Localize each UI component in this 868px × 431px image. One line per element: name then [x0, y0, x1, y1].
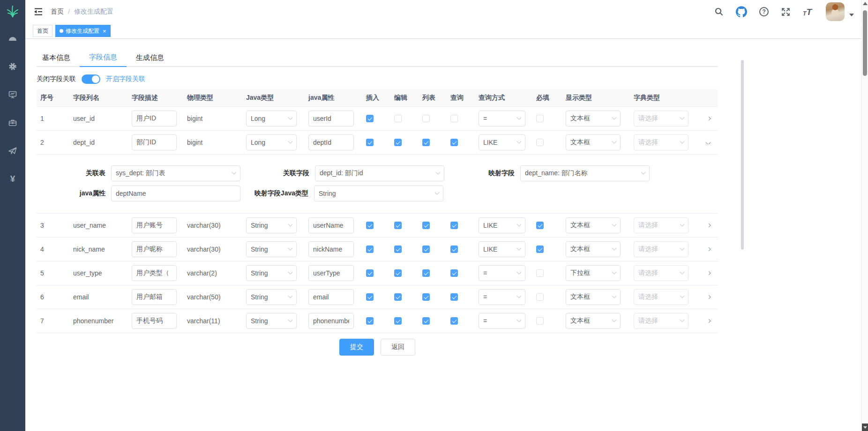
column-desc-input[interactable]	[132, 217, 177, 233]
list-checkbox[interactable]	[422, 222, 430, 229]
java-type-select[interactable]: Long	[246, 134, 297, 150]
page-scrollbar[interactable]	[861, 0, 868, 431]
sidebar-item-monitor[interactable]	[0, 82, 25, 108]
dict-type-select[interactable]: 请选择	[634, 241, 688, 257]
scroll-down-arrow-icon[interactable]	[862, 424, 868, 431]
edit-checkbox[interactable]	[394, 222, 402, 229]
java-type-select[interactable]: Long	[246, 111, 297, 126]
avatar[interactable]	[826, 2, 845, 21]
sidebar-item-guide[interactable]	[0, 138, 25, 164]
column-desc-input[interactable]	[132, 134, 177, 150]
java-field-input[interactable]	[308, 265, 354, 281]
help-icon[interactable]	[759, 7, 769, 16]
page-scrollbar-thumb[interactable]	[863, 10, 867, 76]
query-type-select[interactable]: LIKE	[479, 217, 525, 233]
sidebar-item-tool[interactable]	[0, 110, 25, 136]
query-checkbox[interactable]	[450, 245, 458, 253]
dict-type-select[interactable]: 请选择	[634, 313, 688, 329]
relation-field-select[interactable]: dept_id: 部门id	[315, 165, 444, 181]
html-type-select[interactable]: 文本框	[566, 217, 621, 233]
edit-checkbox[interactable]	[394, 317, 402, 325]
html-type-select[interactable]: 文本框	[566, 313, 621, 329]
sidebar-item-system[interactable]	[0, 53, 25, 80]
edit-checkbox[interactable]	[394, 293, 402, 301]
tab-generate-info[interactable]: 生成信息	[127, 48, 173, 67]
app-logo[interactable]	[0, 0, 25, 23]
search-icon[interactable]	[714, 7, 724, 16]
sidebar-item-finance[interactable]: ¥	[0, 166, 25, 192]
html-type-select[interactable]: 文本框	[566, 241, 621, 257]
table-scrollbar-thumb[interactable]	[741, 60, 744, 250]
mapping-field-select[interactable]: dept_name: 部门名称	[520, 165, 650, 181]
java-type-select[interactable]: String	[246, 313, 297, 329]
insert-checkbox[interactable]	[366, 139, 374, 146]
required-checkbox[interactable]	[536, 317, 544, 325]
relation-toggle-switch[interactable]	[82, 74, 100, 84]
query-checkbox[interactable]	[450, 115, 458, 122]
insert-checkbox[interactable]	[366, 245, 374, 253]
submit-button[interactable]: 提交	[339, 339, 374, 356]
java-type-select[interactable]: String	[246, 217, 297, 233]
column-desc-input[interactable]	[132, 111, 177, 126]
query-type-select[interactable]: =	[479, 265, 525, 281]
insert-checkbox[interactable]	[366, 293, 374, 301]
list-checkbox[interactable]	[422, 269, 430, 277]
java-field-input[interactable]	[308, 111, 354, 126]
query-type-select[interactable]: LIKE	[479, 241, 525, 257]
html-type-select[interactable]: 文本框	[566, 134, 621, 150]
insert-checkbox[interactable]	[366, 317, 374, 325]
query-checkbox[interactable]	[450, 139, 458, 146]
query-type-select[interactable]: =	[479, 289, 525, 305]
expand-row-icon[interactable]	[705, 117, 711, 120]
edit-checkbox[interactable]	[394, 115, 402, 122]
expand-row-icon[interactable]	[705, 223, 711, 227]
sidebar-item-dashboard[interactable]	[0, 25, 25, 52]
java-type-select[interactable]: String	[246, 265, 297, 281]
fullscreen-icon[interactable]	[781, 7, 791, 17]
html-type-select[interactable]: 文本框	[566, 111, 621, 126]
user-menu[interactable]	[826, 2, 854, 21]
query-checkbox[interactable]	[450, 317, 458, 325]
java-attr-input[interactable]	[111, 186, 240, 201]
collapse-row-icon[interactable]	[705, 141, 711, 144]
back-button[interactable]: 返回	[381, 339, 415, 356]
required-checkbox[interactable]	[536, 245, 544, 253]
edit-checkbox[interactable]	[394, 245, 402, 253]
scroll-up-arrow-icon[interactable]	[863, 2, 868, 5]
breadcrumb-home[interactable]: 首页	[51, 7, 64, 16]
expand-row-icon[interactable]	[705, 271, 711, 275]
required-checkbox[interactable]	[536, 139, 544, 146]
query-type-select[interactable]: =	[479, 111, 525, 126]
query-checkbox[interactable]	[450, 222, 458, 229]
column-desc-input[interactable]	[132, 313, 177, 329]
required-checkbox[interactable]	[536, 115, 544, 122]
insert-checkbox[interactable]	[366, 222, 374, 229]
dict-type-select[interactable]: 请选择	[634, 134, 688, 150]
font-size-icon[interactable]	[803, 7, 812, 16]
java-field-input[interactable]	[308, 134, 354, 150]
java-field-input[interactable]	[308, 289, 354, 305]
edit-checkbox[interactable]	[394, 269, 402, 277]
list-checkbox[interactable]	[422, 139, 430, 146]
query-checkbox[interactable]	[450, 269, 458, 277]
expand-row-icon[interactable]	[705, 247, 711, 251]
tab-field-info[interactable]: 字段信息	[80, 48, 127, 67]
list-checkbox[interactable]	[422, 317, 430, 325]
java-field-input[interactable]	[308, 217, 354, 233]
expand-row-icon[interactable]	[705, 319, 711, 323]
edit-checkbox[interactable]	[394, 139, 402, 146]
tag-close-icon[interactable]: ×	[103, 28, 106, 34]
sidebar-fold-icon[interactable]	[34, 7, 43, 16]
list-checkbox[interactable]	[422, 245, 430, 253]
required-checkbox[interactable]	[536, 222, 544, 229]
java-field-input[interactable]	[308, 313, 354, 329]
query-type-select[interactable]: =	[479, 313, 525, 329]
column-desc-input[interactable]	[132, 265, 177, 281]
required-checkbox[interactable]	[536, 269, 544, 277]
github-icon[interactable]	[736, 6, 747, 17]
java-type-select[interactable]: String	[246, 241, 297, 257]
list-checkbox[interactable]	[422, 115, 430, 122]
java-field-input[interactable]	[308, 241, 354, 257]
column-desc-input[interactable]	[132, 241, 177, 257]
insert-checkbox[interactable]	[366, 269, 374, 277]
